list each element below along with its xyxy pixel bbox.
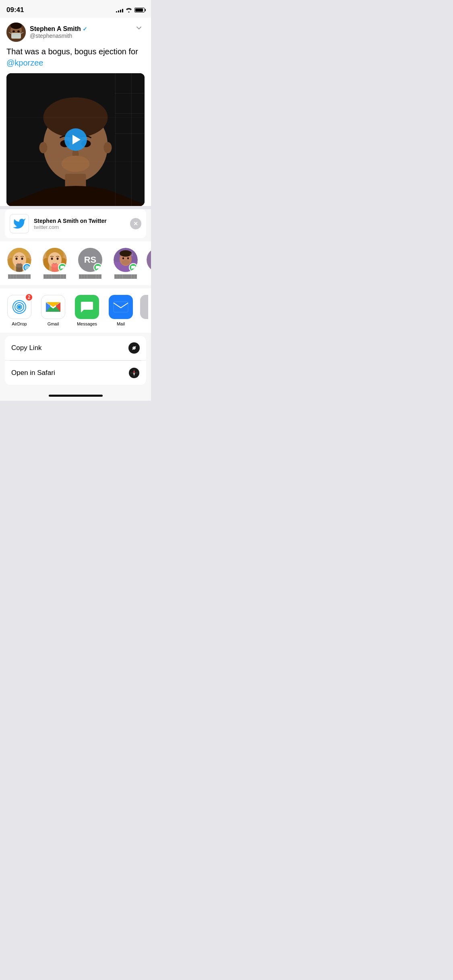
safari-icon [128,367,140,379]
contacts-row[interactable]: ████████ [0,241,151,285]
contact-name: ████████ [8,274,31,279]
svg-rect-65 [114,302,128,312]
airdrop-contact-badge [23,263,31,272]
svg-point-6 [17,31,20,33]
home-bar [49,395,103,397]
apps-row[interactable]: 2 AirDrop [0,288,151,333]
wifi-icon [126,8,132,12]
link-preview-icon [10,214,29,233]
svg-point-49 [122,257,124,259]
close-button[interactable]: ✕ [130,218,141,229]
open-in-safari-label: Open in Safari [11,369,55,377]
svg-point-5 [12,31,15,33]
svg-point-31 [16,257,18,260]
copy-link-icon [128,342,140,354]
copy-link-label: Copy Link [11,344,42,352]
svg-text:⊞: ⊞ [130,252,133,257]
contact-avatar [43,248,67,272]
status-icons [116,8,145,12]
mail-app-icon [109,295,133,319]
app-icon-wrapper: 2 [7,295,31,319]
contact-item[interactable]: ████████ [40,248,69,279]
tweet-video[interactable] [6,73,145,206]
app-item-messages[interactable]: Messages [72,295,101,326]
home-indicator [0,388,151,401]
contact-avatar: ⊞ [114,248,138,272]
gmail-app-icon [41,295,65,319]
contact-item[interactable]: ████████ [5,248,34,279]
app-name-airdrop: AirDrop [12,321,27,326]
app-item-airdrop[interactable]: 2 AirDrop [5,295,34,326]
svg-point-12 [39,142,48,153]
play-button[interactable] [64,128,87,151]
tweet-mention[interactable]: @kporzee [6,58,43,67]
open-in-safari-action[interactable]: Open in Safari [5,361,146,385]
link-url: twitter.com [34,224,125,230]
messages-app-icon [75,295,99,319]
contact-item[interactable]: RS ████████ [76,248,105,279]
app-icon-wrapper [75,295,99,319]
twitter-bird-icon [13,217,26,230]
svg-point-50 [127,257,129,259]
airdrop-rings [11,299,27,315]
signal-icon [116,8,123,12]
svg-point-43 [57,257,59,260]
contact-avatar [7,248,31,272]
contact-avatar [147,248,151,272]
more-app-icon [140,295,148,319]
share-sheet: Stephen A Smith on Twitter twitter.com ✕ [0,209,151,401]
contact-item[interactable]: ⊞ ████████ [111,248,140,279]
contact-item[interactable] [147,248,151,279]
link-info: Stephen A Smith on Twitter twitter.com [34,218,125,230]
tweet-text: That was a bogus, bogus ejection for @kp… [6,46,145,68]
status-bar: 09:41 [0,0,151,18]
svg-rect-44 [52,264,58,272]
svg-point-32 [21,257,23,260]
app-icon-wrapper [41,295,65,319]
tweet-header: Stephen A Smith ✓ @stephenasmith [6,23,145,42]
app-name-mail: Mail [117,321,125,326]
author-handle: @stephenasmith [30,33,87,39]
contact-name: ████████ [79,274,102,279]
contact-name: ████████ [43,274,66,279]
svg-point-13 [104,142,112,153]
svg-point-18 [62,156,90,172]
airdrop-badge: 2 [25,293,33,301]
svg-rect-3 [11,33,21,39]
link-title: Stephen A Smith on Twitter [34,218,125,224]
status-time: 09:41 [6,6,24,14]
author-info: Stephen A Smith ✓ @stephenasmith [30,25,87,39]
app-icon-wrapper [109,295,133,319]
copy-link-action[interactable]: Copy Link [5,336,146,360]
app-item-gmail[interactable]: Gmail [39,295,68,326]
chevron-down-icon[interactable] [133,23,145,36]
contact-name: ████████ [114,274,137,279]
svg-rect-33 [16,264,23,272]
link-preview: Stephen A Smith on Twitter twitter.com ✕ [5,209,146,238]
svg-point-34 [26,267,27,268]
app-item-mail[interactable]: Mail [106,295,135,326]
app-item-more[interactable] [140,295,148,326]
battery-icon [134,8,145,12]
messages-contact-badge [129,263,138,272]
avatar [6,23,26,42]
tweet-card: Stephen A Smith ✓ @stephenasmith That wa… [0,18,151,206]
actions-list: Copy Link Open in Safari [5,336,146,385]
verified-badge: ✓ [83,26,87,32]
app-name-gmail: Gmail [48,321,59,326]
svg-point-51 [122,260,130,265]
svg-point-42 [51,257,53,260]
tweet-author: Stephen A Smith ✓ @stephenasmith [6,23,87,42]
svg-point-2 [10,23,22,29]
messages-contact-badge [93,263,102,272]
svg-point-53 [147,248,151,272]
app-icon-wrapper [140,295,148,319]
contact-avatar-rs: RS [78,248,102,272]
app-name-messages: Messages [77,321,97,326]
author-name: Stephen A Smith ✓ [30,25,87,33]
messages-contact-badge [58,263,67,272]
